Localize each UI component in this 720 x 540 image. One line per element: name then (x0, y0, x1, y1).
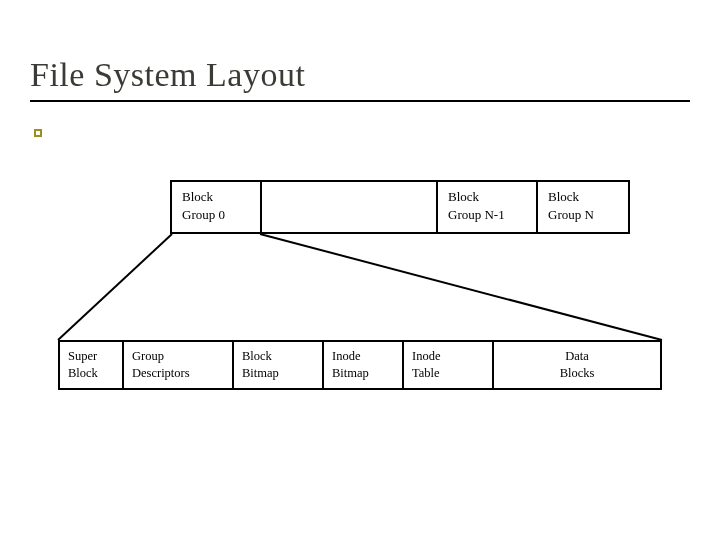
block-group-0: Block Group 0 (172, 182, 262, 232)
inode-table: Inode Table (404, 342, 494, 388)
cell-label: Super (68, 348, 114, 365)
block-group-n: Block Group N (538, 182, 628, 232)
cell-label: Group N-1 (448, 206, 526, 224)
cell-label: Blocks (560, 365, 595, 382)
svg-line-0 (58, 234, 172, 340)
title-rule (30, 100, 690, 102)
cell-label: Group 0 (182, 206, 250, 224)
cell-label: Group N (548, 206, 618, 224)
page-title: File System Layout (30, 56, 690, 94)
block-groups-row: Block Group 0 Block Group N-1 Block Grou… (170, 180, 630, 234)
block-group-ellipsis (262, 182, 438, 232)
cell-label: Block (242, 348, 314, 365)
cell-label: Descriptors (132, 365, 224, 382)
data-blocks: Data Blocks (494, 342, 660, 388)
cell-label: Group (132, 348, 224, 365)
cell-label: Block (548, 188, 618, 206)
block-group-n-1: Block Group N-1 (438, 182, 538, 232)
inode-bitmap: Inode Bitmap (324, 342, 404, 388)
group-descriptors: Group Descriptors (124, 342, 234, 388)
svg-line-1 (260, 234, 662, 340)
bullet-icon (34, 129, 42, 137)
cell-label: Data (565, 348, 589, 365)
title-area: File System Layout (30, 56, 690, 102)
cell-label: Block (68, 365, 114, 382)
cell-label: Inode (332, 348, 394, 365)
super-block: Super Block (60, 342, 124, 388)
cell-label: Inode (412, 348, 484, 365)
cell-label: Block (182, 188, 250, 206)
cell-label: Table (412, 365, 484, 382)
cell-label: Block (448, 188, 526, 206)
cell-label: Bitmap (332, 365, 394, 382)
block-bitmap: Block Bitmap (234, 342, 324, 388)
cell-label: Bitmap (242, 365, 314, 382)
block-group-detail-row: Super Block Group Descriptors Block Bitm… (58, 340, 662, 390)
